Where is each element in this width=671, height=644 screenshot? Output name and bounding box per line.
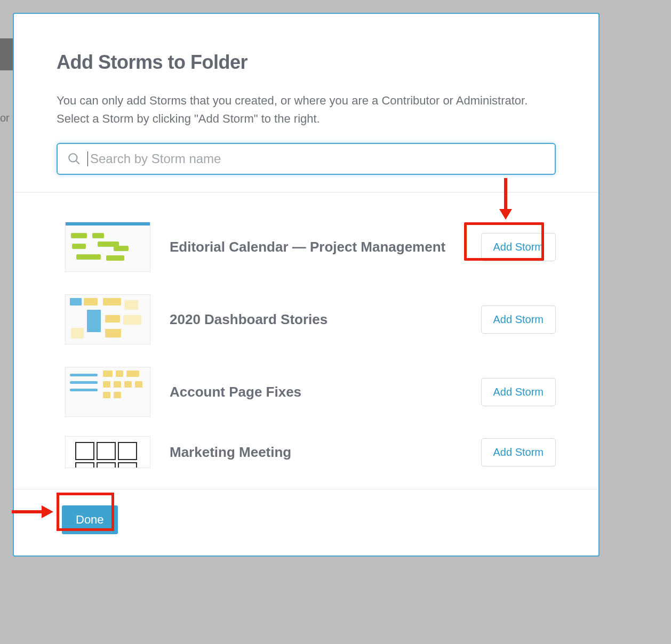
modal-footer: Done [14,489,598,556]
storm-name: 2020 Dashboard Stories [170,311,462,328]
storm-row: Account Page Fixes Add Storm [14,356,598,428]
storm-thumbnail [65,294,150,344]
search-icon [67,152,81,166]
background-app-text: or [0,112,13,124]
storm-row: Marketing Meeting Add Storm [14,428,598,476]
storm-name: Account Page Fixes [170,384,462,400]
text-caret [87,151,88,166]
storm-thumbnail [65,367,150,417]
background-app-fragment [0,38,13,70]
storm-list: Editorial Calendar — Project Management … [14,192,598,489]
search-field-wrapper[interactable] [57,143,556,175]
done-button[interactable]: Done [62,505,118,534]
add-storm-button[interactable]: Add Storm [481,378,556,406]
storm-row: Editorial Calendar — Project Management … [14,211,598,283]
modal-description: You can only add Storms that you created… [57,92,556,128]
storm-thumbnail [65,436,150,468]
add-storms-modal: Add Storms to Folder You can only add St… [13,13,600,557]
svg-line-1 [76,161,79,164]
add-storm-button[interactable]: Add Storm [481,438,556,466]
search-input[interactable] [90,151,545,166]
modal-header: Add Storms to Folder You can only add St… [14,14,598,192]
svg-point-0 [69,154,77,162]
storm-name: Marketing Meeting [170,444,462,461]
storm-row: 2020 Dashboard Stories Add Storm [14,283,598,356]
add-storm-button[interactable]: Add Storm [481,305,556,334]
storm-name: Editorial Calendar — Project Management [170,239,462,255]
add-storm-button[interactable]: Add Storm [481,233,556,261]
modal-title: Add Storms to Folder [57,51,556,74]
storm-thumbnail [65,222,150,272]
